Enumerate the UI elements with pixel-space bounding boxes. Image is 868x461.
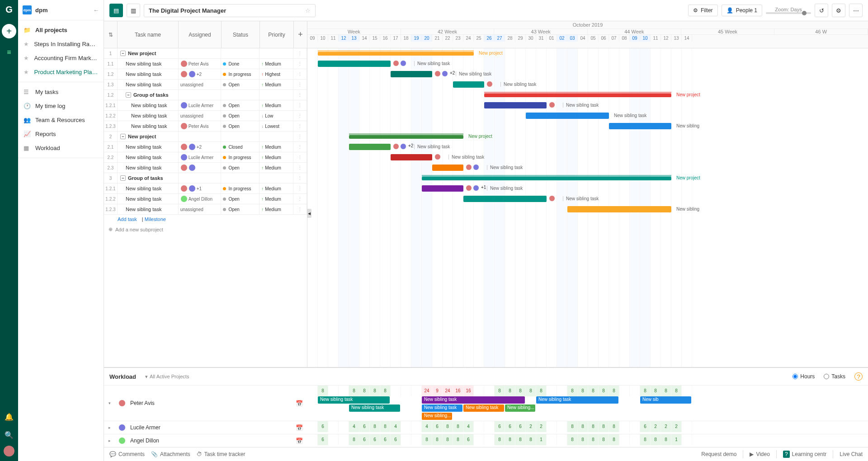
sidebar-workload[interactable]: ▦Workload [18, 141, 104, 155]
gantt-bar[interactable] [318, 61, 391, 67]
calendar-icon[interactable]: 📅 [296, 437, 303, 444]
request-demo-link[interactable]: Request demo [701, 451, 736, 457]
add-milestone-link[interactable]: Milestone [145, 216, 166, 222]
collapse-icon[interactable]: − [120, 175, 126, 181]
attachments-button[interactable]: 📎Attachments [151, 451, 190, 457]
task-row[interactable]: 1−New project⋮ [104, 48, 307, 59]
gantt-bar[interactable] [432, 165, 463, 171]
gantt-bar[interactable] [567, 206, 671, 212]
task-row[interactable]: 1.2New sibling task+2In progressHighest⋮ [104, 69, 307, 80]
gantt-bar[interactable] [349, 144, 391, 150]
gantt-bar[interactable] [349, 135, 463, 139]
workload-task-bar[interactable]: New sib [640, 396, 691, 404]
comments-button[interactable]: 💬Comments [109, 451, 145, 457]
workload-task-bar[interactable]: New sibling... [422, 413, 452, 420]
help-icon[interactable]: ? [854, 372, 863, 381]
task-row[interactable]: 2−New project⋮ [104, 132, 307, 142]
gantt-bar[interactable] [422, 185, 463, 192]
learning-button[interactable]: ?Learning centr [783, 451, 826, 458]
row-menu-icon[interactable]: ⋮ [293, 132, 307, 141]
calendar-icon[interactable]: 📅 [296, 400, 303, 407]
collapse-icon[interactable]: − [120, 51, 126, 56]
sidebar-my-tasks[interactable]: ☰My tasks [18, 85, 104, 99]
gantt-bar[interactable] [391, 71, 432, 77]
task-row[interactable]: 1.2.3New sibling taskPeter AvisOpenLowes… [104, 121, 307, 132]
gantt-bar[interactable] [484, 94, 671, 97]
menu-icon[interactable]: ≡ [2, 45, 16, 60]
sidebar-project-0[interactable]: ★ Steps In Installing Rack Mo... [18, 37, 104, 51]
row-menu-icon[interactable]: ⋮ [293, 194, 307, 204]
back-icon[interactable]: ← [93, 7, 99, 14]
sidebar-project-1[interactable]: ★ Accounting Firm Marketing... [18, 51, 104, 65]
add-column-button[interactable]: + [294, 21, 307, 48]
task-row[interactable]: 1.2.1New sibling taskLucile ArmerOpenMed… [104, 100, 307, 111]
task-row[interactable]: 1.2.2New sibling taskunassignedOpenLow⋮ [104, 111, 307, 121]
add-button[interactable]: + [2, 24, 16, 38]
add-subproject-button[interactable]: ⊕ Add a new subproject [104, 224, 307, 235]
gantt-bar[interactable] [453, 81, 484, 88]
history-button[interactable]: ↺ [815, 4, 828, 17]
task-row[interactable]: 2.2New sibling taskLucile ArmerIn progre… [104, 152, 307, 163]
sidebar-time-log[interactable]: 🕐My time log [18, 99, 104, 113]
project-name-input[interactable]: The Digital Project Manager ☆ [144, 4, 316, 17]
workload-task-bar[interactable]: New sibling... [505, 405, 535, 412]
task-row[interactable]: 1.2.1New sibling task+1In progressMedium… [104, 183, 307, 194]
filter-button[interactable]: ⚙Filter [688, 5, 718, 16]
task-row[interactable]: 1.2−Group of tasks⋮ [104, 90, 307, 100]
sidebar-project-2[interactable]: ★ Product Marketing Plan Te... [18, 65, 104, 79]
workload-task-bar[interactable]: New sibling task [349, 405, 400, 412]
row-menu-icon[interactable]: ⋮ [293, 183, 307, 193]
more-button[interactable]: ⋯ [849, 4, 863, 17]
calendar-icon[interactable]: 📅 [296, 424, 303, 431]
gantt-bar[interactable] [318, 52, 474, 56]
workload-task-bar[interactable]: New sibling task [536, 396, 618, 404]
gantt-bar[interactable] [609, 123, 671, 129]
settings-button[interactable]: ⚙ [832, 4, 845, 17]
gantt-bar[interactable] [422, 177, 671, 180]
expand-icon[interactable]: ▾ [108, 401, 115, 405]
row-menu-icon[interactable]: ⋮ [293, 59, 307, 69]
live-chat-button[interactable]: Live Chat [840, 451, 863, 457]
workload-tasks-radio[interactable]: Tasks [824, 373, 845, 380]
zoom-slider[interactable] [766, 12, 811, 14]
col-assigned[interactable]: Assigned [179, 21, 222, 48]
expand-icon[interactable]: ▸ [108, 438, 115, 443]
people-button[interactable]: 👤People 1 [722, 5, 762, 16]
gantt-view-button[interactable]: ▤ [109, 4, 123, 17]
board-view-button[interactable]: ▥ [127, 4, 140, 17]
workload-filter[interactable]: ▾ All Active Projects [145, 374, 189, 380]
gantt-bar[interactable] [526, 113, 609, 119]
workload-hours-radio[interactable]: Hours [793, 373, 815, 380]
row-menu-icon[interactable]: ⋮ [293, 173, 307, 183]
video-button[interactable]: ▶Video [750, 451, 769, 457]
gantt-bar[interactable] [463, 196, 547, 202]
workload-task-bar[interactable]: New sibling task [422, 405, 462, 412]
timeline[interactable]: New projectNew sibling task+2New sibling… [307, 48, 868, 367]
expand-icon[interactable]: ▸ [108, 425, 115, 430]
bell-icon[interactable]: 🔔 [2, 409, 16, 424]
workload-task-bar[interactable]: New sibling task [422, 396, 525, 404]
user-avatar[interactable] [4, 446, 14, 456]
collapse-icon[interactable]: − [126, 92, 131, 98]
gantt-bar[interactable] [484, 102, 547, 108]
task-row[interactable]: 3−Group of tasks⋮ [104, 173, 307, 183]
row-menu-icon[interactable]: ⋮ [293, 48, 307, 58]
row-menu-icon[interactable]: ⋮ [293, 69, 307, 79]
row-menu-icon[interactable]: ⋮ [293, 100, 307, 110]
collapse-icon[interactable]: − [120, 134, 126, 139]
sort-icon[interactable]: ⇅ [104, 21, 118, 48]
time-tracker-button[interactable]: ⏱Task time tracker [197, 451, 245, 457]
workload-task-bar[interactable]: New sibling task [318, 396, 390, 404]
row-menu-icon[interactable]: ⋮ [293, 111, 307, 121]
workload-task-bar[interactable]: New sibling task [463, 405, 504, 412]
sidebar-reports[interactable]: 📈Reports [18, 127, 104, 141]
task-row[interactable]: 1.3New sibling taskunassignedOpenMedium⋮ [104, 80, 307, 90]
row-menu-icon[interactable]: ⋮ [293, 152, 307, 162]
gantt-bar[interactable] [391, 154, 432, 160]
col-priority[interactable]: Priority [260, 21, 294, 48]
task-row[interactable]: 1.2.3New sibling taskunassignedOpenMediu… [104, 204, 307, 215]
sidebar-team[interactable]: 👥Team & Resources [18, 113, 104, 127]
row-menu-icon[interactable]: ⋮ [293, 142, 307, 152]
add-task-link[interactable]: Add task [118, 216, 137, 222]
task-row[interactable]: 2.1New sibling task+2ClosedMedium⋮ [104, 142, 307, 152]
